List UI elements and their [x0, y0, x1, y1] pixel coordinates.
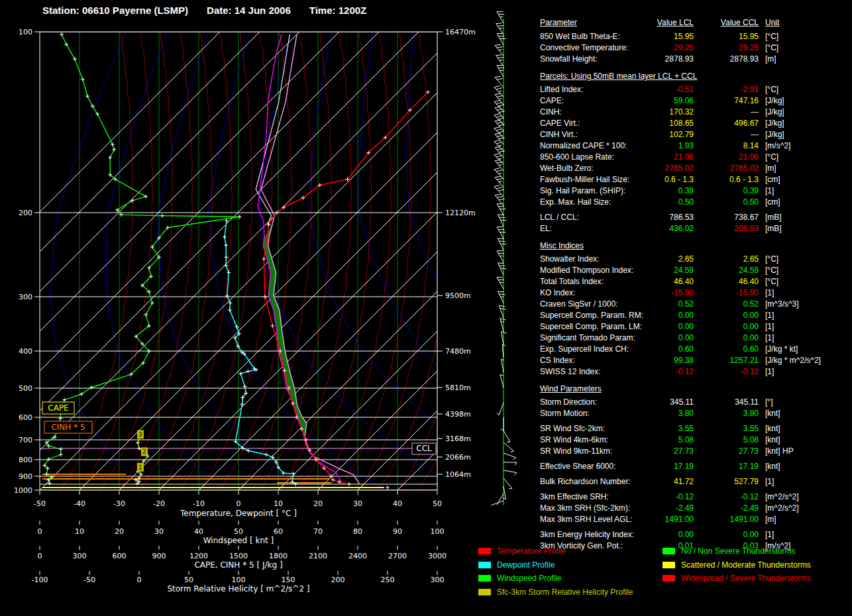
value-lcl: 46.40: [654, 276, 694, 287]
unit-label: [1]: [759, 333, 851, 344]
wind-barb-feather: [499, 241, 505, 242]
table-row: Craven SigSvr / 1000:0.520.52[m^3/s^3]: [540, 299, 851, 310]
value-lcl: 21.06: [654, 152, 694, 163]
value-ccl: 3.55: [694, 423, 759, 435]
wind-barb-feather: [498, 263, 504, 264]
wind-barb-feather: [500, 220, 506, 221]
param-label: LCL / CCL:: [540, 212, 654, 223]
value-ccl: -0.12: [694, 491, 759, 503]
value-ccl: 0.52: [694, 299, 759, 310]
wind-barb-feather: [509, 488, 512, 489]
table-row: 850-600 Lapse Rate:21.0621.06[°C]: [540, 152, 851, 163]
height-tick-label: 12120m: [445, 209, 476, 217]
wind-barb-feather: [498, 158, 502, 159]
wind-barb: [498, 291, 504, 303]
table-row: CAPE Virt.:108.65496.67[J/kg]: [540, 118, 851, 129]
value-ccl: 738.67: [694, 212, 759, 223]
legend-swatch-icon: [478, 575, 491, 582]
wind-barb-feather: [496, 55, 502, 56]
wind-barb: [504, 442, 513, 451]
param-label: 850-600 Lapse Rate:: [540, 152, 654, 163]
table-row: CAPE:59.06747.16[J/kg]: [540, 95, 851, 107]
value-ccl: 206.83: [694, 223, 759, 234]
wind-barb: [497, 278, 504, 289]
wind-barb-feather: [502, 331, 507, 333]
wind-barb-feather: [499, 181, 502, 182]
profile-legend-item: Dewpoint Profile: [478, 558, 633, 572]
value-lcl: 17.19: [654, 461, 694, 472]
ccl_box-label: CCL: [416, 444, 432, 453]
value-lcl: 5.08: [654, 435, 694, 446]
legend-swatch-icon: [478, 562, 491, 568]
table-row: Lifted Index:-0.51-2.91[°C]: [540, 84, 851, 95]
value-lcl: 27.73: [654, 446, 694, 457]
wind-axis-title: Windspeed [ knt ]: [203, 536, 274, 545]
table-row: KO Index:-15.90-15.90[1]: [540, 287, 851, 299]
profile-legend-item: Sfc-3km Storm Relative Helicity Profile: [478, 586, 633, 599]
value-lcl: 102.79: [654, 129, 694, 140]
wind-tick-label: 0: [38, 527, 42, 536]
wind-barb-feather: [494, 86, 500, 87]
value-ccl: 2.65: [694, 254, 759, 265]
table-row: LCL / CCL:786.53738.67[mB]: [540, 212, 851, 223]
srh-tick-label: -100: [32, 576, 48, 584]
value-lcl: 59.06: [654, 95, 694, 107]
unit-label: [J/kg]: [759, 107, 851, 118]
table-row: EL:436.02206.83[mB]: [540, 223, 851, 234]
wind-barb-feather: [500, 268, 506, 269]
wind-barb-feather: [497, 413, 499, 415]
wind-barb-feather: [500, 244, 506, 244]
unit-label: [1]: [759, 185, 851, 197]
unit-label: [knt]: [759, 423, 851, 435]
param-label: Snowfall Height:: [540, 54, 654, 65]
wind-barb-feather: [496, 23, 502, 24]
param-label: EL:: [540, 223, 654, 234]
unit-label: [J/kg]: [759, 95, 851, 107]
table-row: SR Wind Sfc-2km:3.553.55[knt]: [540, 423, 851, 435]
table-row: Total Totals Index:46.4046.40[°C]: [540, 276, 851, 287]
temp-tick-label: 10: [274, 499, 283, 508]
wind-barb-feather: [494, 127, 500, 128]
wind-tick-label: 70: [313, 527, 323, 536]
skewt-chart: 123CAPECINH * 5CCL1002003004005006007008…: [0, 0, 537, 616]
param-label: Bulk Richardson Number:: [540, 476, 654, 488]
unit-label: [knt]: [759, 461, 851, 472]
wind-barb-feather: [499, 217, 505, 218]
srh-km-marker-label: 3: [138, 431, 142, 438]
profile-legend-item: Windspeed Profile: [478, 572, 633, 586]
wind-barb-feather: [498, 173, 502, 174]
legend-label: Sfc-3km Storm Relative Helicity Profile: [497, 586, 633, 599]
table-row: Supercell Comp. Param. LM:0.000.00[1]: [540, 321, 851, 333]
value-ccl: 1257.21: [694, 355, 759, 366]
wind-barb: [498, 263, 504, 275]
cape-tick-label: 1800: [269, 552, 288, 560]
unit-label: [m/s^2]: [759, 140, 851, 152]
value-ccl: 345.11: [694, 397, 759, 408]
unit-label: [cm]: [759, 197, 851, 208]
wind-barb-feather: [498, 58, 504, 58]
pressure-tick-label: 700: [19, 436, 32, 444]
wind-barb-feather: [497, 197, 503, 198]
value-lcl: 41.72: [654, 476, 694, 488]
param-label: 3km Effective SRH:: [540, 491, 654, 503]
param-label: CAPE:: [540, 95, 654, 107]
value-lcl: 3.80: [654, 408, 694, 419]
wind-tick-label: 50: [234, 527, 243, 536]
cape-tick-label: 1200: [189, 552, 208, 560]
param-label: Exp. Supercell Index CH:: [540, 344, 654, 355]
wind-tick-label: 20: [115, 527, 124, 536]
isotherm-line: [358, 32, 537, 490]
table-row: SWISS 12 Index:-0.12-0.12[1]: [540, 366, 851, 378]
dry-adiabat-line: [496, 32, 537, 490]
unit-label: [m]: [759, 54, 851, 65]
value-lcl: 1.93: [654, 140, 694, 152]
wind-barb: [497, 251, 504, 262]
srh-km-marker-label: 2: [142, 448, 146, 455]
value-ccl: 5.08: [694, 435, 759, 446]
param-label: Fawbush-Miller Hail Size:: [540, 174, 654, 185]
wind-barb: [496, 24, 504, 34]
table-row: Bulk Richardson Number:41.72527.79[1]: [540, 476, 851, 488]
value-lcl: 3.55: [654, 423, 694, 435]
wind-barb-feather: [498, 145, 502, 146]
param-label: Wet-Bulb Zero:: [540, 163, 654, 174]
